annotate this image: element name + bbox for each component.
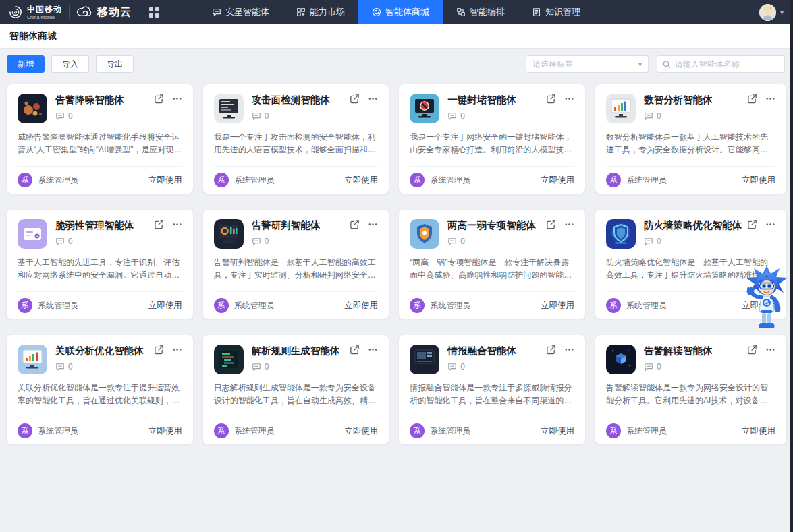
card-footer: 系 系统管理员 立即使用	[18, 166, 182, 194]
agent-card[interactable]: 脆弱性管理智能体 0 基于人工智能的先进工具，专注于识别、评估和	[7, 210, 193, 319]
agent-title: 告警降噪智能体	[55, 94, 124, 107]
comment-count: 0	[55, 237, 182, 246]
share-icon[interactable]	[546, 94, 556, 104]
more-icon[interactable]	[765, 345, 775, 355]
more-icon[interactable]	[564, 94, 574, 104]
page-title: 智能体商城	[9, 30, 57, 42]
use-now-button[interactable]: 立即使用	[541, 425, 574, 437]
use-now-button[interactable]: 立即使用	[742, 175, 775, 186]
owner-avatar: 系	[214, 173, 229, 187]
nav-item-3[interactable]: 智能体商城	[358, 0, 443, 24]
tag-select[interactable]: 请选择标签 ▾	[526, 55, 649, 73]
owner-name: 系统管理员	[38, 425, 78, 437]
nav-item-4[interactable]: 智能编排	[443, 0, 518, 24]
owner-avatar: 系	[18, 298, 32, 313]
agent-description: “两高一弱”专项智能体是一款专注于解决暴露面中高威胁、高脆弱性和弱防护问题的智能…	[410, 256, 574, 282]
search-box[interactable]	[657, 55, 785, 73]
search-input[interactable]	[675, 59, 779, 69]
owner-avatar: 系	[606, 173, 621, 187]
comment-icon	[55, 237, 65, 246]
nav-item-2[interactable]: 能力市场	[283, 0, 358, 24]
more-icon[interactable]	[172, 345, 182, 355]
share-icon[interactable]	[154, 345, 164, 355]
share-icon[interactable]	[747, 219, 757, 229]
capability-market-icon	[296, 7, 306, 17]
two-high-one-weak-agent-icon	[410, 219, 439, 249]
more-icon[interactable]	[368, 94, 378, 104]
alert-triage-agent-icon	[214, 219, 244, 249]
use-now-button[interactable]: 立即使用	[742, 425, 775, 437]
more-icon[interactable]	[172, 219, 182, 229]
use-now-button[interactable]: 立即使用	[344, 300, 378, 312]
agent-card[interactable]: 一键封堵智能体 0 我是一个专注于网络安全的一键封堵智能体，由安	[399, 84, 585, 194]
agent-card[interactable]: 两高一弱专项智能体 0 “两高一弱”专项智能体是一款专注于解决暴	[399, 210, 585, 319]
attack-surface-detection-agent-icon	[214, 94, 244, 123]
agent-card[interactable]: 告警研判智能体 0 告警研判智能体是一款基于人工智能的高效工具，	[203, 210, 389, 319]
agent-card[interactable]: 告警解读智能体 0 告警解读智能体是一款专为网络安全设计的智能分	[595, 335, 786, 444]
card-footer: 系 系统管理员 立即使用	[410, 166, 574, 194]
agent-card[interactable]: 攻击面检测智能体 0 我是一个专注于攻击面检测的安全智能体，利用	[203, 84, 389, 194]
comment-count: 0	[644, 362, 775, 372]
nav-item-1[interactable]: 安星智能体	[198, 0, 283, 24]
use-now-button[interactable]: 立即使用	[148, 175, 182, 186]
share-icon[interactable]	[350, 94, 360, 104]
agent-store-icon	[372, 7, 381, 17]
card-footer: 系 系统管理员 立即使用	[18, 291, 182, 319]
share-icon[interactable]	[747, 94, 757, 104]
more-icon[interactable]	[368, 345, 378, 355]
more-icon[interactable]	[765, 94, 775, 104]
comment-count: 0	[644, 237, 775, 246]
share-icon[interactable]	[546, 219, 556, 229]
share-icon[interactable]	[747, 345, 757, 355]
more-icon[interactable]	[368, 219, 378, 229]
agent-card[interactable]: 关联分析优化智能体 0 关联分析优化智能体是一款专注于提升运营效	[7, 335, 193, 444]
scrollbar[interactable]	[790, 0, 793, 532]
agent-title: 数智分析智能体	[644, 94, 713, 107]
more-icon[interactable]	[172, 94, 182, 104]
app-grid-icon[interactable]	[149, 0, 159, 24]
owner-name: 系统管理员	[38, 175, 78, 186]
share-icon[interactable]	[546, 345, 556, 355]
use-now-button[interactable]: 立即使用	[148, 425, 182, 437]
chevron-down-icon[interactable]: ▾	[780, 9, 784, 16]
toolbar: 新增 导入 导出 请选择标签 ▾	[0, 49, 793, 73]
share-icon[interactable]	[350, 345, 360, 355]
use-now-button[interactable]: 立即使用	[344, 425, 378, 437]
share-icon[interactable]	[154, 94, 164, 104]
agent-title: 攻击面检测智能体	[252, 94, 330, 107]
more-icon[interactable]	[765, 219, 775, 229]
comment-count: 0	[644, 111, 775, 121]
use-now-button[interactable]: 立即使用	[148, 300, 182, 312]
more-icon[interactable]	[564, 219, 574, 229]
assistant-mascot[interactable]	[744, 266, 789, 334]
agent-card[interactable]: 情报融合智能体 0 情报融合智能体是一款专注于多源威胁情报分析的	[399, 335, 585, 444]
firewall-policy-optimization-agent-icon	[606, 219, 636, 249]
use-now-button[interactable]: 立即使用	[344, 175, 378, 186]
card-footer: 系 系统管理员 立即使用	[606, 417, 775, 444]
share-icon[interactable]	[154, 219, 164, 229]
owner-name: 系统管理员	[234, 175, 275, 186]
nav-item-5[interactable]: 知识管理	[518, 0, 594, 24]
user-avatar[interactable]	[759, 4, 776, 21]
use-now-button[interactable]: 立即使用	[541, 175, 574, 186]
operator-name-en: China Mobile	[27, 15, 62, 20]
tag-select-placeholder: 请选择标签	[532, 59, 573, 70]
agent-card[interactable]: 数智分析智能体 0 数智分析智能体是一款基于人工智能技术的先进工	[595, 84, 786, 194]
comment-icon	[252, 237, 261, 246]
agent-card[interactable]: 告警降噪智能体 0 威胁告警降噪智能体通过智能化手段将安全运营从	[7, 84, 193, 194]
owner-name: 系统管理员	[430, 300, 470, 312]
correlation-analysis-optimization-agent-icon	[18, 345, 47, 374]
export-button[interactable]: 导出	[96, 55, 134, 73]
share-icon[interactable]	[350, 219, 360, 229]
agent-description: 告警研判智能体是一款基于人工智能的高效工具，专注于实时监测、分析和研判网络安全脆…	[214, 256, 379, 282]
add-button[interactable]: 新增	[7, 55, 45, 73]
card-footer: 系 系统管理员 立即使用	[18, 417, 182, 444]
agent-card[interactable]: 解析规则生成智能体 0 日志解析规则生成智能体是一款专为安全设备	[203, 335, 389, 444]
use-now-button[interactable]: 立即使用	[541, 300, 574, 312]
more-icon[interactable]	[564, 345, 574, 355]
comment-count: 0	[252, 362, 379, 372]
agent-description: 数智分析智能体是一款基于人工智能技术的先进工具，专为安全数据分析设计。它能够高效…	[606, 131, 775, 156]
agent-title: 告警解读智能体	[644, 345, 713, 357]
agent-title: 脆弱性管理智能体	[55, 219, 134, 232]
import-button[interactable]: 导入	[51, 55, 89, 73]
